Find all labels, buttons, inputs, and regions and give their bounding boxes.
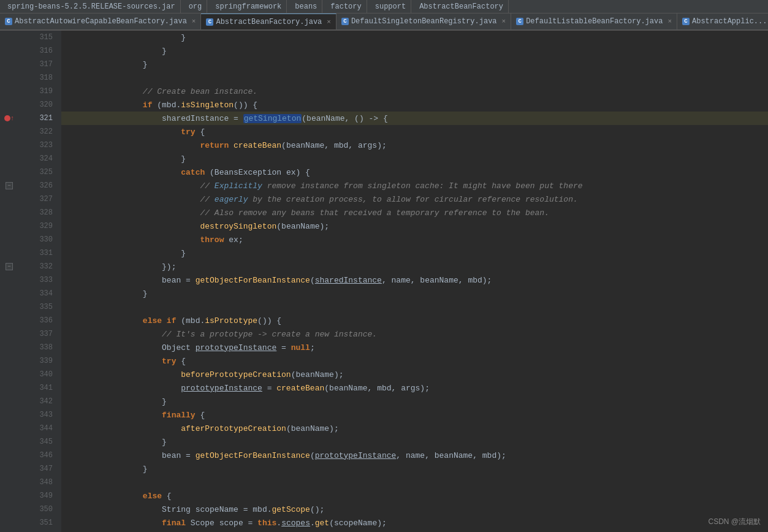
gutter-327 [0,192,18,206]
breadcrumb-bar: spring-beans-5.2.5.RELEASE-sources.jar o… [0,0,768,13]
code-line-338: Object prototypeInstance = null; [61,341,768,354]
linenum-329: 329 [18,222,56,230]
nav-factory[interactable]: factory [325,0,367,13]
fold-326[interactable]: − [6,182,13,189]
close-tab-1[interactable]: × [192,18,196,25]
linenum-326: 326 [18,181,56,190]
file-tab-bar: C AbstractAutowireCapableBeanFactory.jav… [0,13,768,31]
code-line-336: else if (mbd.isPrototype()) { [61,314,768,327]
gutter-320 [0,98,18,112]
tab-abstractautowire[interactable]: C AbstractAutowireCapableBeanFactory.jav… [0,13,201,29]
code-327-text: // eagerly by the creation process, to a… [66,195,578,204]
code-line-350: String scopeName = mbd.getScope(); [61,503,768,516]
gutter-318 [0,71,18,85]
code-line-315: } [61,31,768,44]
code-line-326: // Explicitly remove instance from singl… [61,179,768,192]
tab-abstractbeanfactory[interactable]: C AbstractBeanFactory.java × [201,13,336,29]
code-330-text: throw ex; [66,235,243,245]
linenum-320: 320 [18,101,56,109]
tab-defaultlistable[interactable]: C DefaultListableBeanFactory.java × [511,13,677,29]
code-line-321: sharedInstance = getSingleton(beanName, … [61,112,768,125]
gutter-334 [0,287,18,300]
nav-springframework[interactable]: springframework [210,0,287,13]
gutter-markers: ↑ − − [0,31,18,532]
linenum-339: 339 [18,357,56,365]
linenum-347: 347 [18,465,56,473]
gutter-336 [0,314,18,327]
code-line-344: afterPrototypeCreation(beanName); [61,422,768,435]
code-line-342: } [61,395,768,408]
code-340-text: beforePrototypeCreation(beanName); [66,370,344,379]
code-line-345: } [61,435,768,449]
code-351-text: final Scope scope = this.scopes.get(scop… [66,519,387,528]
code-332-text: }); [66,262,176,272]
close-tab-3[interactable]: × [502,18,506,25]
breakpoint-321[interactable] [4,115,10,121]
nav-org[interactable]: org [184,0,208,13]
tab-icon-c1: C [5,18,12,25]
comment-319: // Create bean instance. [66,87,257,96]
gutter-321: ↑ [0,112,18,125]
code-line-339: try { [61,354,768,368]
code-area: ↑ − − 315 [0,31,768,532]
linenum-327: 327 [18,195,56,203]
tab-label-2: AbstractBeanFactory.java [216,18,322,26]
gutter-331 [0,246,18,260]
linenum-317: 317 [18,60,56,69]
close-tab-4[interactable]: × [667,18,672,25]
code-343-text: finally { [66,411,205,420]
code-line-332: }); [61,260,768,273]
linenum-338: 338 [18,343,56,352]
gutter-351 [0,516,18,530]
code-line-331: } [61,246,768,260]
code-line-323: return createBean(beanName, mbd, args); [61,139,768,152]
fold-332[interactable]: − [6,263,13,270]
linenum-331: 331 [18,249,56,257]
code-326-text: // Explicitly remove instance from singl… [66,181,583,191]
code-339-text: try { [66,357,186,366]
linenum-323: 323 [18,141,56,150]
nav-support[interactable]: support [370,0,411,13]
gutter-348 [0,476,18,489]
code-347-text: } [66,465,148,474]
code-337-text: // It's a prototype -> create a new inst… [66,330,377,339]
code-line-327: // eagerly by the creation process, to a… [61,192,768,206]
code-322-text: try { [66,127,205,137]
linenum-345: 345 [18,438,56,446]
code-338-text: Object prototypeInstance = null; [66,343,315,352]
tab-defaultsingleton[interactable]: C DefaultSingletonBeanRegistry.java × [336,13,511,29]
linenum-319: 319 [18,87,56,96]
code-content[interactable]: } } } // Create bean instance. if [61,31,768,532]
gutter-323 [0,139,18,152]
linenum-316: 316 [18,47,56,55]
gutter-326: − [0,179,18,192]
code-328-text: // Also remove any beans that received a… [66,208,549,218]
nav-abstractbeanfactory[interactable]: AbstractBeanFactory [414,0,509,13]
gutter-340 [0,368,18,381]
code-line-349: else { [61,489,768,503]
linenum-322: 322 [18,127,56,136]
linenum-348: 348 [18,478,56,487]
code-line-348 [61,476,768,489]
code-329-text: destroySingleton(beanName); [66,222,329,231]
gutter-317 [0,58,18,71]
tab-abstractapplic[interactable]: C AbstractApplic... × [677,13,768,29]
code-line-325: catch (BeansException ex) { [61,165,768,179]
code-345-text: } [66,438,167,447]
linenum-321: 321 [18,114,56,123]
code-line-328: // Also remove any beans that received a… [61,206,768,219]
linenum-350: 350 [18,505,56,514]
nav-jar[interactable]: spring-beans-5.2.5.RELEASE-sources.jar [2,0,181,13]
gutter-329 [0,219,18,233]
gutter-344 [0,422,18,435]
linenum-337: 337 [18,330,56,338]
code-line-330: throw ex; [61,233,768,246]
linenum-315: 315 [18,33,56,42]
nav-beans[interactable]: beans [290,0,322,13]
close-tab-2[interactable]: × [327,18,331,26]
code-line-316: } [61,44,768,58]
gutter-338 [0,341,18,354]
tab-icon-c5: C [682,18,690,25]
code-line-351: final Scope scope = this.scopes.get(scop… [61,516,768,530]
line-numbers: 315 316 317 318 319 320 321 322 323 324 … [18,31,61,532]
